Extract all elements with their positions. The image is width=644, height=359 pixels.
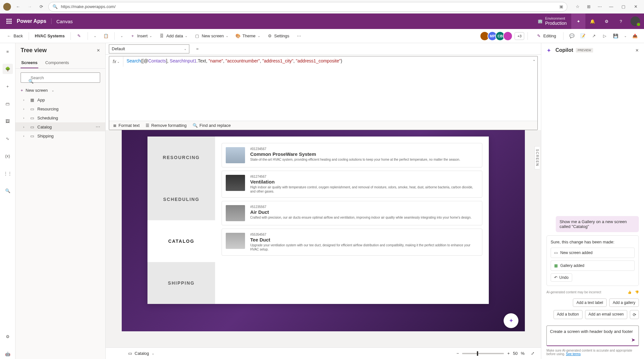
tab-components[interactable]: Components (45, 58, 70, 68)
help-button[interactable]: ? (614, 14, 628, 29)
nav-resourcing[interactable]: RESOURCING (147, 137, 215, 178)
zoom-slider[interactable] (462, 353, 504, 354)
catalog-card[interactable]: #01234567 Common ProseWare System State-… (222, 143, 482, 167)
suggestion-chip[interactable]: Add a gallery (609, 298, 639, 307)
catalog-card[interactable]: #61274567 Ventilation High indoor air qu… (222, 171, 482, 198)
preview-button[interactable]: ▷ (600, 32, 610, 40)
back-browser-button[interactable]: ← (14, 2, 23, 11)
settings-rail-button[interactable]: ⚙ (3, 331, 13, 342)
copilot-header-button[interactable]: ✦ (571, 14, 585, 29)
settings-button[interactable]: ⚙ Settings (265, 32, 292, 40)
app-preview-frame[interactable]: RESOURCING SCHEDULING CATALOG SHIPPING #… (147, 137, 489, 304)
new-screen-button[interactable]: ▢ New screen ⌄ (192, 32, 231, 40)
theme-button[interactable]: 🎨 Theme ⌄ (233, 32, 262, 40)
data-rail-button[interactable]: 🗃 (3, 99, 13, 109)
media-rail-button[interactable]: 🖼 (3, 116, 13, 126)
insert-button[interactable]: + Insert ⌄ (128, 32, 155, 40)
virtual-agent-rail-button[interactable]: 🤖 (3, 349, 13, 359)
copilot-fab[interactable]: ✦ (504, 313, 518, 328)
more-browser-icon[interactable]: ⋯ (595, 2, 604, 11)
variables-rail-button[interactable]: (x) (3, 151, 13, 161)
tree-item-app[interactable]: › ▦ App (15, 95, 105, 104)
maximize-window-button[interactable]: ▢ (618, 2, 629, 11)
change-chip-screen[interactable]: ▭ New screen added (551, 248, 635, 258)
back-button[interactable]: ← Back (4, 32, 25, 40)
new-screen-tree-button[interactable]: + New screen ⌄ (15, 85, 105, 95)
paste-dropdown[interactable]: ⌄ (118, 33, 126, 39)
minimize-window-button[interactable]: — (606, 2, 616, 11)
advanced-rail-button[interactable]: ⋮⋮ (3, 168, 13, 178)
suggestion-chip[interactable]: Add a text label (573, 298, 607, 307)
change-chip-gallery[interactable]: ▦ Gallery added (551, 260, 635, 271)
close-window-button[interactable]: ✕ (630, 2, 641, 11)
presence-avatar[interactable] (503, 31, 513, 41)
screen-selector[interactable]: ▭ Catalog ⌄ (128, 351, 154, 356)
chevron-right-icon[interactable]: › (23, 125, 27, 129)
canvas-area[interactable]: RESOURCING SCHEDULING CATALOG SHIPPING #… (106, 130, 541, 347)
insert-rail-button[interactable]: + (3, 81, 13, 91)
chevron-right-icon[interactable]: › (23, 134, 27, 138)
presence-stack[interactable]: MP CB +3 (482, 31, 524, 41)
formula-input[interactable]: Search([@Contacts], SearchInput1.Text, "… (123, 56, 537, 121)
tree-item-catalog[interactable]: › ▭ Catalog ⋯ (15, 122, 105, 131)
chevron-right-icon[interactable]: › (23, 116, 27, 120)
settings-header-button[interactable]: ⚙ (600, 14, 614, 29)
forward-browser-button[interactable]: → (25, 2, 34, 11)
tree-item-shipping[interactable]: › ▭ Shipping (15, 131, 105, 140)
close-tree-button[interactable]: ✕ (97, 48, 100, 53)
terms-link[interactable]: See terms (566, 352, 581, 356)
thumbs-up-button[interactable]: 👍 (628, 290, 631, 294)
publish-button[interactable]: 📤 (630, 32, 640, 40)
checker-button[interactable]: 📝 (578, 32, 588, 40)
chevron-right-icon[interactable]: › (23, 107, 27, 111)
notifications-button[interactable]: 🔔 (585, 14, 600, 29)
screen-side-tab[interactable]: SCREEN (535, 146, 540, 169)
address-bar[interactable]: 🔍 https://make.powerapps.com/ ▣ (48, 2, 567, 12)
tree-item-resourcing[interactable]: › ▭ Resourcing (15, 104, 105, 113)
refresh-browser-button[interactable]: ⟳ (37, 2, 46, 11)
undo-button[interactable]: ↶ Undo (551, 273, 572, 282)
suggestion-chip[interactable]: Add a button (554, 310, 582, 319)
collapse-formula-button[interactable]: ⌄ (533, 58, 535, 62)
user-avatar[interactable] (630, 16, 640, 26)
nav-shipping[interactable]: SHIPPING (147, 262, 215, 304)
paste-button[interactable]: 📋 (101, 32, 111, 40)
favorites-icon[interactable]: ☆ (573, 2, 582, 11)
environment-picker[interactable]: 🏢 Environment Production (533, 16, 571, 26)
app-launcher-button[interactable] (4, 16, 14, 26)
tab-screens[interactable]: Screens (21, 58, 38, 68)
save-dropdown[interactable]: ⌄ (621, 33, 629, 39)
tree-item-scheduling[interactable]: › ▭ Scheduling (15, 113, 105, 122)
refresh-suggestions-button[interactable]: ⟳ (630, 310, 639, 319)
add-data-button[interactable]: 🗄 Add data ⌄ (156, 32, 190, 40)
hamburger-button[interactable]: ≡ (3, 46, 13, 57)
share-button[interactable]: ↗ (589, 32, 599, 40)
nav-catalog[interactable]: CATALOG (147, 220, 215, 262)
chevron-right-icon[interactable]: › (23, 98, 27, 102)
send-button[interactable]: ➤ (631, 337, 635, 343)
catalog-card[interactable]: #55354567 Tee Duct Upgrade your ventilat… (222, 229, 482, 256)
flows-rail-button[interactable]: ∿ (3, 133, 13, 144)
close-copilot-button[interactable]: ✕ (635, 48, 639, 53)
editing-mode-button[interactable]: ✎ Editing (536, 33, 556, 39)
nav-scheduling[interactable]: SCHEDULING (147, 178, 215, 220)
shopping-icon[interactable]: ▣ (559, 4, 563, 9)
more-commands-button[interactable]: ⋯ (294, 32, 304, 40)
fit-screen-button[interactable]: ⤢ (531, 351, 535, 356)
comments-button[interactable]: 💬 (567, 32, 577, 40)
presence-more[interactable]: +3 (515, 32, 524, 40)
fx-label[interactable]: fx⌄ (109, 56, 123, 67)
suggestion-chip[interactable]: Add an email screen (585, 310, 627, 319)
copilot-input[interactable]: Create a screen with header body and foo… (546, 326, 639, 346)
search-rail-button[interactable]: 🔍 (3, 185, 13, 196)
property-dropdown[interactable]: Default ⌄ (109, 44, 189, 53)
edit-mode-button[interactable]: ✎ (74, 32, 84, 40)
collections-icon[interactable]: ⊞ (584, 2, 593, 11)
edit-dropdown[interactable]: ⌄ (91, 33, 99, 39)
find-replace-button[interactable]: 🔍Find and replace (193, 123, 231, 128)
thumbs-down-button[interactable]: 👎 (635, 290, 639, 294)
tree-view-rail-button[interactable]: 🌳 (3, 64, 13, 74)
save-button[interactable]: 💾 (611, 32, 621, 40)
profile-avatar[interactable] (3, 3, 11, 11)
more-options-icon[interactable]: ⋯ (96, 124, 100, 129)
